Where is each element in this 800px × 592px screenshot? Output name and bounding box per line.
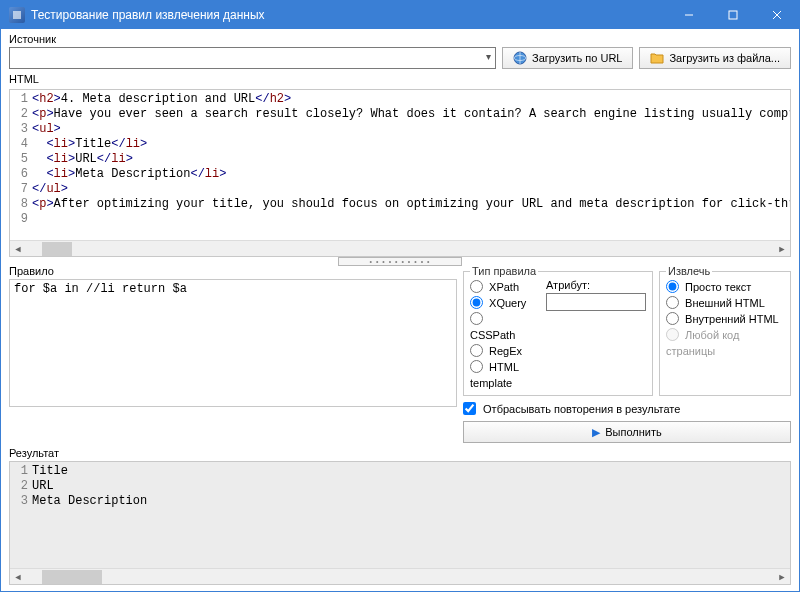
- load-file-label: Загрузить из файла...: [669, 52, 780, 64]
- html-scrollbar[interactable]: ◄ ►: [10, 240, 790, 256]
- radio-plain-text[interactable]: Просто текст: [666, 279, 784, 295]
- html-code-area[interactable]: 1<h2>4. Meta description and URL</h2>2<p…: [9, 89, 791, 257]
- radio-inner-html[interactable]: Внутренний HTML: [666, 311, 784, 327]
- scroll-thumb[interactable]: [42, 570, 102, 584]
- extract-fieldset: Извлечь Просто текст Внешний HTML Внутре…: [659, 265, 791, 396]
- svg-rect-0: [13, 11, 21, 19]
- maximize-button[interactable]: [711, 1, 755, 29]
- attribute-input[interactable]: [546, 293, 646, 311]
- play-icon: ▶: [592, 426, 600, 439]
- folder-icon: [650, 51, 664, 65]
- window-title: Тестирование правил извлечения данных: [31, 8, 667, 22]
- radio-any-code: Любой код страницы: [666, 327, 784, 359]
- titlebar: Тестирование правил извлечения данных: [1, 1, 799, 29]
- radio-csspath[interactable]: CSSPath: [470, 311, 534, 343]
- globe-icon: [513, 51, 527, 65]
- scroll-left-icon[interactable]: ◄: [10, 572, 26, 582]
- discard-repeats-checkbox[interactable]: Отбрасывать повторения в результате: [463, 403, 680, 415]
- result-area[interactable]: 1Title2URL3Meta Description ◄ ►: [9, 461, 791, 585]
- html-label: HTML: [9, 73, 791, 85]
- scroll-right-icon[interactable]: ►: [774, 244, 790, 254]
- execute-label: Выполнить: [605, 426, 661, 438]
- scroll-left-icon[interactable]: ◄: [10, 244, 26, 254]
- result-scrollbar[interactable]: ◄ ►: [10, 568, 790, 584]
- svg-rect-2: [729, 11, 737, 19]
- rule-textarea[interactable]: [9, 279, 457, 407]
- rule-label: Правило: [9, 265, 457, 277]
- app-icon: [9, 7, 25, 23]
- scroll-right-icon[interactable]: ►: [774, 572, 790, 582]
- source-combo[interactable]: [9, 47, 496, 69]
- load-file-button[interactable]: Загрузить из файла...: [639, 47, 791, 69]
- radio-htmltpl[interactable]: HTML template: [470, 359, 534, 391]
- rule-type-legend: Тип правила: [470, 265, 538, 277]
- radio-regex[interactable]: RegEx: [470, 343, 534, 359]
- load-url-button[interactable]: Загрузить по URL: [502, 47, 633, 69]
- radio-outer-html[interactable]: Внешний HTML: [666, 295, 784, 311]
- rule-type-fieldset: Тип правила XPath XQuery CSSPath RegEx H…: [463, 265, 653, 396]
- scroll-thumb[interactable]: [42, 242, 72, 256]
- execute-button[interactable]: ▶ Выполнить: [463, 421, 791, 443]
- source-label: Источник: [9, 33, 496, 45]
- attribute-label: Атрибут:: [546, 279, 646, 291]
- extract-legend: Извлечь: [666, 265, 712, 277]
- result-label: Результат: [9, 447, 791, 459]
- radio-xpath[interactable]: XPath: [470, 279, 534, 295]
- radio-xquery[interactable]: XQuery: [470, 295, 534, 311]
- load-url-label: Загрузить по URL: [532, 52, 622, 64]
- minimize-button[interactable]: [667, 1, 711, 29]
- close-button[interactable]: [755, 1, 799, 29]
- splitter-handle[interactable]: • • • • • • • • • •: [9, 257, 791, 265]
